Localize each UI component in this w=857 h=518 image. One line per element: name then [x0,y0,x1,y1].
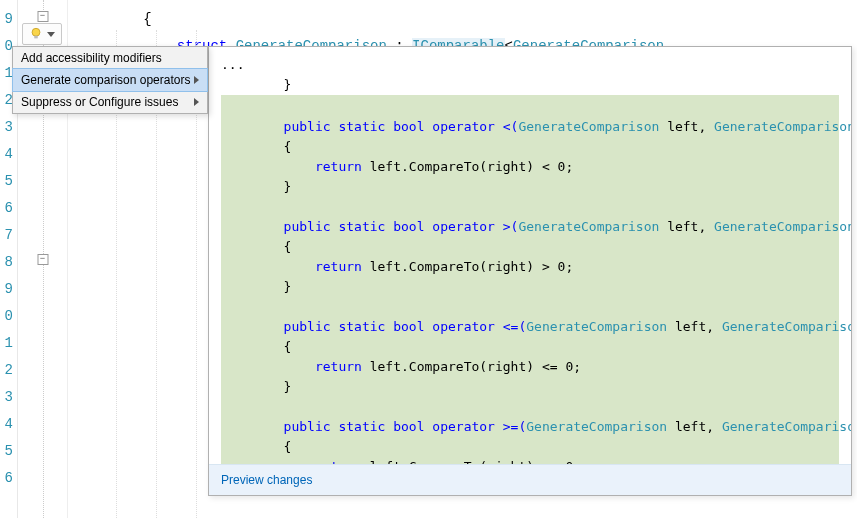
quick-actions-button[interactable] [22,23,62,45]
menu-item-generate-comparison[interactable]: Generate comparison operators [12,68,208,92]
preview-line: } [221,277,839,297]
preview-line: ... [221,55,839,75]
line-number: 2 [0,357,13,384]
line-number: 6 [0,195,13,222]
line-number: 4 [0,411,13,438]
preview-footer: Preview changes [209,464,851,495]
chevron-down-icon [47,32,55,37]
preview-line: { [221,137,839,157]
preview-line: { [221,337,839,357]
preview-line: public static bool operator <=( [221,319,526,334]
preview-line: } [221,377,839,397]
code-preview-panel: ... } public static bool operator <(Gene… [208,46,852,496]
line-number: 0 [0,303,13,330]
preview-line: { [221,437,839,457]
preview-line: } [221,75,839,95]
fold-toggle[interactable]: − [37,254,48,265]
line-number: 6 [0,465,13,492]
preview-line: } [221,177,839,197]
chevron-right-icon [194,76,199,84]
preview-changes-link[interactable]: Preview changes [221,473,312,487]
lightbulb-icon [29,27,43,41]
chevron-right-icon [194,98,199,106]
menu-item-add-accessibility[interactable]: Add accessibility modifiers [13,47,207,69]
preview-line: public static bool operator >( [221,219,518,234]
line-number: 4 [0,141,13,168]
line-number: 3 [0,384,13,411]
menu-item-suppress-configure[interactable]: Suppress or Configure issues [13,91,207,113]
fold-toggle[interactable]: − [37,11,48,22]
preview-line: public static bool operator <( [221,119,518,134]
line-number: 8 [0,249,13,276]
menu-item-label: Add accessibility modifiers [21,51,162,65]
line-number: 9 [0,6,13,33]
svg-rect-1 [34,36,38,39]
line-number: 3 [0,114,13,141]
preview-code-area: ... } public static bool operator <(Gene… [209,47,851,464]
line-number: 7 [0,222,13,249]
line-number: 5 [0,438,13,465]
quick-actions-menu: Add accessibility modifiers Generate com… [12,46,208,114]
code-text: { [143,11,151,27]
preview-line: { [221,237,839,257]
svg-point-0 [32,28,40,36]
preview-line: public static bool operator >=( [221,419,526,434]
line-number: 9 [0,276,13,303]
line-number: 5 [0,168,13,195]
menu-item-label: Generate comparison operators [21,73,190,87]
menu-item-label: Suppress or Configure issues [21,95,178,109]
diff-added-block: public static bool operator <(GenerateCo… [221,95,839,464]
line-number: 1 [0,330,13,357]
